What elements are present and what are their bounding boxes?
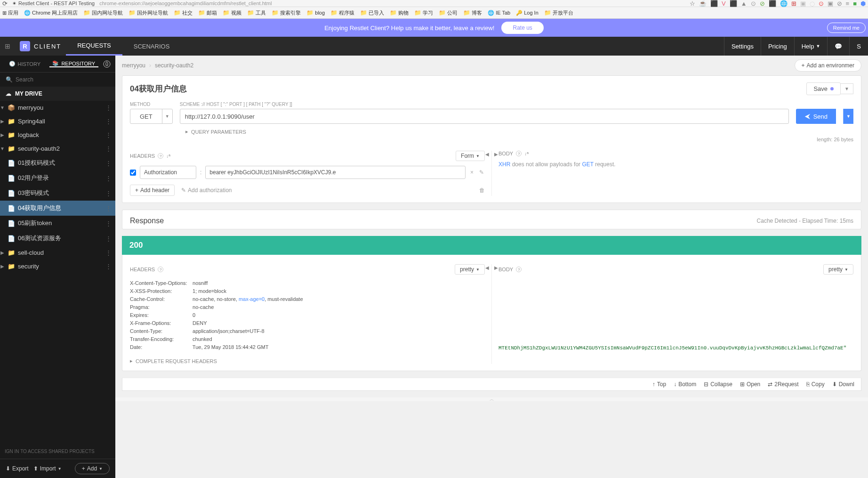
help-icon[interactable]: ? (516, 267, 522, 272)
bookmark-item[interactable]: 📁 学习 (414, 9, 433, 16)
tree-node[interactable]: 📄05刷新token⋮ (0, 216, 115, 231)
send-button[interactable]: Send (796, 109, 836, 124)
star-icon: ✴ (12, 0, 16, 7)
tree-node[interactable]: ▶📁Spring4all⋮ (0, 114, 115, 128)
header-enabled-checkbox[interactable] (130, 170, 136, 176)
my-drive-header[interactable]: ☁ MY DRIVE (0, 87, 115, 101)
status-code: 200 (122, 236, 861, 255)
search-box[interactable]: 🔍 (0, 73, 115, 87)
header-value-input[interactable] (205, 166, 466, 179)
sort-icon[interactable]: ↓ª (166, 154, 170, 159)
resize-handle[interactable]: ︿ (115, 397, 868, 401)
settings-link[interactable]: Settings (724, 37, 761, 56)
tab-scenarios[interactable]: SCENARIOS (122, 37, 181, 56)
collapse-left-icon[interactable]: ◀ (483, 151, 491, 158)
bookmark-item[interactable]: 📁 博客 (463, 9, 482, 16)
bookmark-item[interactable]: 🔑 Log In (516, 10, 538, 16)
method-select[interactable]: GET ▼ (130, 109, 173, 124)
bookmark-item[interactable]: 📁 公司 (439, 9, 458, 16)
tree-node[interactable]: 📄01授权码模式⋮ (0, 155, 115, 170)
request-card: 04获取用户信息 Save ▼ METHOD GET ▼ SCHEME :// … (122, 75, 861, 203)
apps-grid-icon[interactable]: ⊞ (0, 42, 15, 50)
add-authorization-button[interactable]: ✎ Add authorization (181, 187, 232, 194)
bookmark-item[interactable]: 📁 视频 (223, 9, 241, 16)
pricing-link[interactable]: Pricing (761, 37, 794, 56)
headers-mode-dropdown[interactable]: Form ▼ (456, 151, 485, 161)
reload-icon[interactable]: ⟳ (2, 0, 8, 7)
bookmarks-bar: ⊞ 应用🌐 Chrome 网上应用店📁 国内网址导航📁 国外网址导航📁 社交📁 … (0, 7, 868, 19)
tree-node[interactable]: 📄02用户登录⋮ (0, 170, 115, 186)
add-button[interactable]: + Add ▼ (75, 463, 110, 474)
magic-icon[interactable]: ✎ (478, 169, 485, 176)
tree-node[interactable]: ▶📁sell-cloud⋮ (0, 246, 115, 259)
bookmark-item[interactable]: 📁 blog (306, 9, 325, 16)
tree-node[interactable]: ▶📁security⋮ (0, 259, 115, 273)
tree-node[interactable]: 📄06测试资源服务⋮ (0, 231, 115, 246)
chat-icon[interactable]: 💬 (827, 37, 849, 56)
copy-button[interactable]: ⎘Copy (806, 381, 825, 388)
sort-icon[interactable]: ↓ª (524, 151, 529, 156)
bookmark-item[interactable]: 📁 程序猿 (330, 9, 354, 16)
tree-node[interactable]: ▶📁logback⋮ (0, 128, 115, 142)
bookmark-item[interactable]: 📁 购物 (390, 9, 409, 16)
rate-us-button[interactable]: Rate us (501, 22, 543, 34)
content-area: merryyou › security-oauth2 + Add an envi… (115, 56, 868, 478)
trash-icon[interactable]: 🗑 (479, 187, 485, 194)
download-button[interactable]: ⬇Downl (832, 381, 854, 388)
signin-hint: IGN IN TO ACCESS SHARED PROJECTS (0, 444, 115, 459)
bookmark-item[interactable]: 📁 社交 (174, 9, 193, 16)
method-dropdown-icon[interactable]: ▼ (162, 109, 172, 123)
tree-node[interactable]: ▼📁security-oauth2⋮ (0, 142, 115, 155)
bookmark-item[interactable]: 📁 已导入 (360, 9, 384, 16)
remind-me-button[interactable]: Remind me (827, 23, 866, 33)
collapse-left-icon[interactable]: ◀ (483, 264, 491, 271)
collapse-button[interactable]: ⊟Collapse (704, 381, 732, 388)
import-button[interactable]: ⬆ Import ▼ (33, 465, 62, 472)
header-name-input[interactable] (140, 166, 196, 179)
breadcrumb-project[interactable]: merryyou (122, 62, 145, 69)
repository-tab[interactable]: 📚 REPOSITORY (49, 60, 99, 67)
url-input[interactable] (180, 109, 789, 124)
2request-button[interactable]: ⇄2Request (768, 381, 798, 388)
bookmark-item[interactable]: 📁 国外网址导航 (129, 9, 168, 16)
request-headers-section: HEADERS ? ↓ª Form ▼ : × ✎ + Add h (130, 151, 485, 196)
search-input[interactable] (16, 76, 110, 83)
save-dropdown[interactable]: ▼ (841, 83, 853, 94)
bookmark-item[interactable]: 🌐 IE Tab (488, 10, 510, 16)
add-environment-button[interactable]: + Add an environmer (795, 59, 861, 72)
resp-body-mode-dropdown[interactable]: pretty ▼ (823, 264, 853, 275)
open-button[interactable]: ⊞Open (740, 381, 760, 388)
bookmark-item[interactable]: 🌐 Chrome 网上应用店 (24, 9, 78, 16)
help-icon[interactable]: ? (158, 267, 163, 272)
top-button[interactable]: ↑Top (652, 381, 666, 388)
bookmark-item[interactable]: 📁 邮箱 (198, 9, 217, 16)
send-dropdown[interactable]: ▼ (843, 109, 853, 124)
resp-headers-mode-dropdown[interactable]: pretty ▼ (455, 264, 485, 275)
tab-requests[interactable]: REQUESTS (66, 37, 122, 56)
bottom-button[interactable]: ↓Bottom (674, 381, 696, 388)
tree-node[interactable]: ▼📦merryyou⋮ (0, 101, 115, 114)
breadcrumb-folder[interactable]: security-oauth2 (155, 62, 193, 69)
tree-node[interactable]: 📄03密码模式⋮ (0, 186, 115, 201)
collapse-right-icon[interactable]: ▶ (492, 264, 500, 271)
collapse-right-icon[interactable]: ▶ (492, 151, 500, 158)
tree-node[interactable]: 📄04获取用户信息⋮ (0, 201, 115, 216)
help-icon[interactable]: ? (158, 153, 163, 159)
bookmark-item[interactable]: ⊞ 应用 (2, 9, 18, 16)
import-drive-icon[interactable] (98, 60, 115, 68)
signin-icon[interactable]: S (849, 37, 868, 56)
bookmark-item[interactable]: 📁 工具 (247, 9, 266, 16)
bookmark-star-icon[interactable]: ☆ (690, 0, 695, 7)
add-header-button[interactable]: + Add header (130, 185, 175, 196)
delete-header-icon[interactable]: × (469, 169, 474, 176)
bookmark-item[interactable]: 📁 国内网址导航 (83, 9, 123, 16)
help-link[interactable]: Help ▼ (794, 37, 828, 56)
bookmark-item[interactable]: 📁 开放平台 (544, 9, 573, 16)
bookmark-item[interactable]: 📁 搜索引擎 (272, 9, 301, 16)
query-params-toggle[interactable]: ▸ QUERY PARAMETERS (185, 129, 853, 135)
export-button[interactable]: ⬇ Export (6, 465, 29, 472)
save-button[interactable]: Save (806, 82, 841, 95)
history-tab[interactable]: 🕓 HISTORY (0, 61, 49, 67)
complete-headers-toggle[interactable]: ▸ COMPLETE REQUEST HEADERS (130, 358, 485, 364)
help-icon[interactable]: ? (516, 151, 522, 156)
